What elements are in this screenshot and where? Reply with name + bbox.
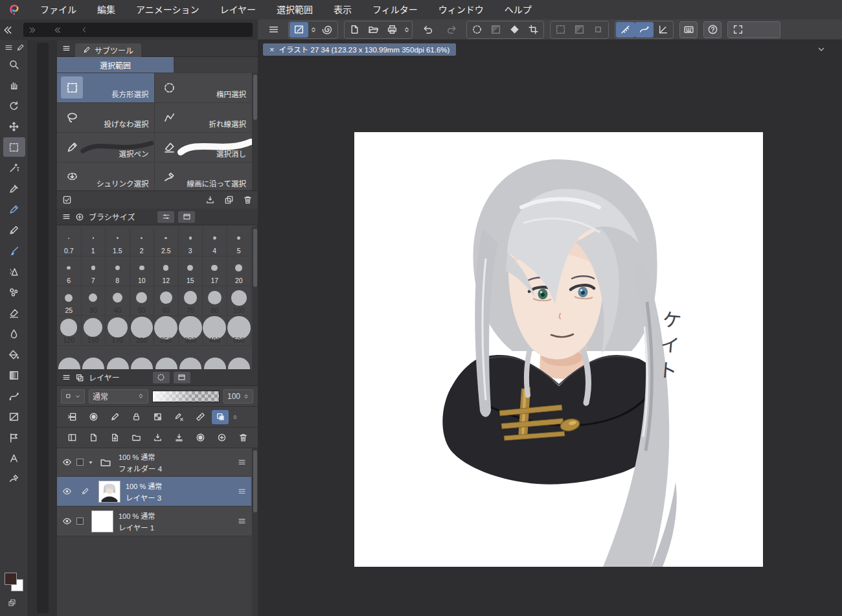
tool-rotate[interactable] [3,96,25,115]
tool-blend[interactable] [3,324,25,343]
lock-layer-button[interactable] [126,409,146,425]
subtool-rect-select[interactable]: 長方形選択 [57,73,154,102]
menu-item[interactable]: レイヤー [209,0,266,19]
layer-toggle-options-icon[interactable] [231,409,240,425]
delete-subtool-icon[interactable] [243,195,253,205]
brush-size-cell[interactable]: 40 [106,286,130,316]
subtool-scrollbar[interactable] [252,73,258,190]
brush-size-cell[interactable]: 2.5 [154,227,179,257]
subtool-tab[interactable]: サブツール [75,43,141,57]
layer-menu-icon[interactable] [238,517,246,525]
menu-item[interactable]: ヘルプ [494,0,542,19]
brush-size-cell[interactable]: 250 [154,316,179,346]
layer-search-button[interactable] [153,372,170,383]
subtool-selection-pen[interactable]: 選択ペン [57,133,154,162]
delete-layer-button[interactable] [233,430,253,446]
brush-size-cell[interactable]: 15 [179,257,203,286]
subtool-select-along-lineart[interactable]: 線画に沿って選択 [155,163,252,192]
brush-size-cell[interactable]: 300 [179,316,203,346]
canvas-tab[interactable]: × イラスト 27 34 (123.23 x 130.99mm 350dpi 6… [263,43,456,56]
brush-size-partial[interactable] [58,358,80,369]
subtool-lasso-select[interactable]: 投げなわ選択 [57,103,154,132]
lock-transparent-pixels-button[interactable] [148,409,167,425]
save-button[interactable] [383,22,402,38]
fullscreen-workspace-button[interactable] [727,21,780,38]
menu-item[interactable]: 選択範囲 [266,0,323,19]
layer-visible-icon[interactable] [57,483,76,500]
layer-checkbox[interactable] [76,518,84,525]
change-panel-button[interactable] [62,430,82,446]
layer-panel-menu-icon[interactable] [62,373,71,382]
set-as-editing-target-button[interactable] [212,410,229,424]
brush-size-cell[interactable]: 12 [154,257,179,286]
tool-text[interactable] [3,448,25,468]
brush-size-cell[interactable]: 4 [203,227,227,257]
brush-size-partial[interactable] [131,358,153,369]
redo-button[interactable] [442,21,461,38]
brush-size-cell[interactable]: 20 [227,257,252,286]
clip-to-layer-below-button[interactable] [62,409,82,425]
tool-line-correction[interactable] [3,469,25,488]
brush-size-cell[interactable]: 3 [179,227,203,257]
brush-size-menu-icon[interactable] [62,212,71,221]
clip-studio-button[interactable] [318,22,337,38]
switch-color-icon[interactable] [8,599,16,607]
brush-size-partial[interactable] [155,358,177,369]
brush-size-scrollbar[interactable] [252,227,258,369]
menu-item[interactable]: アニメーション [126,0,209,19]
brush-size-cell[interactable]: 1 [82,227,106,257]
brush-size-partial[interactable] [107,358,129,369]
dock-collapse-left-icon[interactable] [0,21,14,38]
brush-size-cell[interactable]: 1.5 [106,227,130,257]
ruler-range-button[interactable] [190,409,210,425]
auto-select-checkbox-icon[interactable] [62,195,72,205]
duplicate-subtool-icon[interactable] [224,195,234,205]
layer-thumbnail[interactable] [98,481,120,503]
brush-size-cell[interactable]: 6 [57,257,82,286]
transfer-to-lower-layer-button[interactable] [148,430,167,446]
snap-to-ruler-button[interactable] [616,22,635,38]
brush-size-cell[interactable]: 500 [227,316,252,346]
brush-size-cell[interactable]: 80 [203,286,227,316]
tool-figure[interactable] [3,386,25,405]
brush-size-partial[interactable] [204,358,226,369]
edit-canvas-button[interactable] [290,22,308,38]
brush-size-cell[interactable]: 2 [130,227,155,257]
tool-ruler[interactable] [3,428,25,447]
tab-close-icon[interactable]: × [269,45,275,54]
brush-size-cell[interactable]: 170 [106,316,130,346]
tool-gradient[interactable] [3,365,25,385]
help-button[interactable] [703,21,722,38]
new-raster-layer-button[interactable] [84,430,103,446]
tool-strip-menu-icon[interactable] [5,43,13,52]
tool-strip-edit-icon[interactable] [16,43,25,52]
menu-item[interactable]: フィルター [362,0,428,19]
new-vector-layer-button[interactable] [105,430,124,446]
app-logo-icon[interactable] [8,3,21,17]
subtool-panel-menu-icon[interactable] [62,44,71,52]
brush-size-cell[interactable]: 30 [82,286,106,316]
opacity-slider[interactable] [152,391,220,402]
layer-property-button[interactable] [174,372,190,383]
brush-size-cell[interactable]: 200 [130,316,155,346]
brush-size-cell[interactable]: 70 [179,286,203,316]
brush-size-list-view-button[interactable] [178,211,195,223]
fill-button[interactable] [505,22,524,38]
dock-prev-icon[interactable] [78,21,91,38]
reference-layer-button[interactable] [84,409,103,425]
merge-down-button[interactable] [169,430,188,446]
tool-pencil[interactable] [3,220,25,240]
command-bar-menu-icon[interactable] [264,21,282,38]
scale-selection-button[interactable] [551,22,570,38]
file-options-icon[interactable] [402,22,411,38]
draft-layer-button[interactable] [105,409,124,425]
brush-size-cell[interactable]: 150 [82,316,106,346]
tool-pen[interactable] [3,200,25,219]
tool-frame-border[interactable] [3,407,25,426]
menu-item[interactable]: 表示 [323,0,362,19]
crop-button[interactable] [524,22,543,38]
tool-move[interactable] [3,117,25,136]
import-subtool-icon[interactable] [205,195,215,205]
layer-visible-icon[interactable] [57,513,76,530]
brush-size-slider-view-button[interactable] [157,211,174,223]
